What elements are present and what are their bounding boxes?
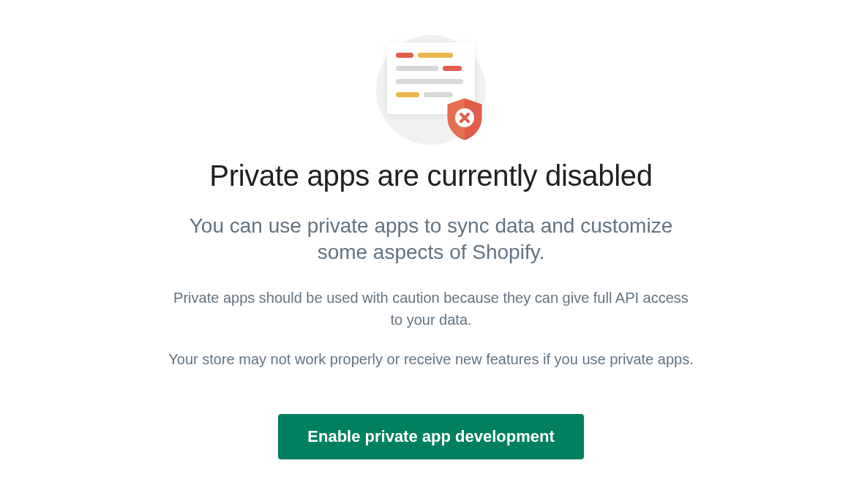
page-subheading: You can use private apps to sync data an…	[168, 213, 694, 266]
caution-text: Private apps should be used with caution…	[168, 287, 694, 331]
shield-x-icon	[445, 97, 484, 141]
page-heading: Private apps are currently disabled	[209, 159, 652, 192]
enable-private-app-button[interactable]: Enable private app development	[278, 414, 583, 459]
private-apps-illustration	[376, 28, 486, 138]
warning-text: Your store may not work properly or rece…	[168, 348, 693, 370]
